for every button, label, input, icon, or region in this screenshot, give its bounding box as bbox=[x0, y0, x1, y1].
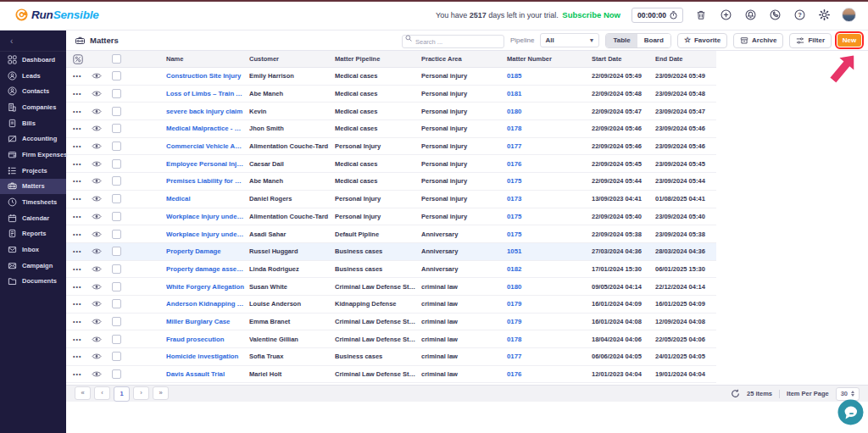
column-header-name[interactable]: Name bbox=[166, 55, 249, 63]
sidebar-item-dashboard[interactable]: Dashboard bbox=[0, 52, 66, 68]
matter-name-link[interactable]: severe back injury claim bbox=[166, 108, 249, 115]
sidebar-collapse-chevron[interactable]: ‹ bbox=[0, 31, 66, 52]
matter-name-link[interactable]: Anderson Kidnapping Defense bbox=[166, 300, 249, 308]
eye-icon[interactable] bbox=[92, 142, 112, 150]
matter-number-link[interactable]: 0180 bbox=[507, 108, 592, 115]
matter-name-link[interactable]: Medical Malpractice - Negligence Claim bbox=[166, 125, 249, 132]
row-checkbox[interactable] bbox=[112, 212, 121, 221]
archive-button[interactable]: Archive bbox=[733, 33, 783, 48]
current-page-button[interactable]: 1 bbox=[114, 386, 130, 402]
matter-number-link[interactable]: 0175 bbox=[507, 177, 592, 185]
row-menu-icon[interactable]: ••• bbox=[73, 336, 92, 342]
matter-name-link[interactable]: Miller Burglary Case bbox=[166, 318, 249, 325]
row-checkbox[interactable] bbox=[112, 176, 121, 186]
row-menu-icon[interactable]: ••• bbox=[73, 214, 92, 219]
sidebar-item-documents[interactable]: Documents bbox=[0, 274, 66, 290]
matter-number-link[interactable]: 0178 bbox=[507, 336, 592, 343]
first-page-button[interactable]: « bbox=[75, 386, 91, 400]
add-circle-icon[interactable] bbox=[719, 8, 732, 22]
sidebar-item-bills[interactable]: Bills bbox=[0, 115, 66, 131]
eye-icon[interactable] bbox=[92, 108, 112, 115]
row-checkbox[interactable] bbox=[112, 282, 121, 291]
new-matter-button[interactable]: New bbox=[837, 34, 861, 47]
last-page-button[interactable]: » bbox=[153, 386, 169, 400]
eye-icon[interactable] bbox=[92, 125, 112, 132]
sidebar-item-companies[interactable]: Companies bbox=[0, 99, 66, 115]
row-menu-icon[interactable]: ••• bbox=[73, 231, 92, 237]
row-menu-icon[interactable]: ••• bbox=[73, 108, 92, 114]
sidebar-item-campaign[interactable]: Campaign bbox=[0, 258, 66, 274]
eye-icon[interactable] bbox=[92, 213, 112, 220]
eye-icon[interactable] bbox=[92, 177, 112, 185]
runsensible-logo[interactable]: RunSensible bbox=[15, 8, 99, 21]
column-header-end-date[interactable]: End Date bbox=[655, 55, 716, 63]
eye-icon[interactable] bbox=[92, 300, 112, 308]
eye-icon[interactable] bbox=[92, 336, 112, 343]
matter-number-link[interactable]: 0179 bbox=[507, 318, 592, 325]
matter-number-link[interactable]: 0179 bbox=[507, 300, 592, 308]
row-menu-icon[interactable]: ••• bbox=[73, 319, 92, 325]
row-menu-icon[interactable]: ••• bbox=[73, 196, 92, 202]
matter-name-link[interactable]: Loss of Limbs – Train Accident bbox=[166, 90, 249, 97]
row-checkbox[interactable] bbox=[112, 247, 121, 256]
matter-number-link[interactable]: 0177 bbox=[507, 353, 592, 360]
row-checkbox[interactable] bbox=[112, 159, 121, 169]
matter-number-link[interactable]: 0185 bbox=[507, 72, 592, 80]
row-checkbox[interactable] bbox=[112, 264, 121, 274]
row-menu-icon[interactable]: ••• bbox=[73, 161, 92, 167]
matter-name-link[interactable]: Medical bbox=[166, 195, 249, 203]
matter-number-link[interactable]: 0173 bbox=[507, 195, 592, 203]
eye-icon[interactable] bbox=[92, 160, 112, 168]
eye-icon[interactable] bbox=[92, 283, 112, 291]
settings-gear-icon[interactable] bbox=[817, 8, 831, 22]
refresh-icon[interactable] bbox=[731, 389, 740, 398]
matter-name-link[interactable]: Workplace Injury under OSHA Violations bbox=[166, 230, 249, 238]
notifications-icon[interactable] bbox=[743, 8, 757, 22]
matter-name-link[interactable]: White Forgery Allegation bbox=[166, 283, 249, 291]
matter-number-link[interactable]: 0175 bbox=[507, 230, 592, 238]
matter-name-link[interactable]: Commercial Vehicle Accident bbox=[166, 142, 249, 150]
matter-number-link[interactable]: 0177 bbox=[507, 142, 592, 150]
eye-icon[interactable] bbox=[92, 72, 112, 80]
matter-number-link[interactable]: 0176 bbox=[507, 160, 592, 168]
matter-number-link[interactable]: 1051 bbox=[507, 247, 592, 255]
row-menu-icon[interactable]: ••• bbox=[73, 371, 92, 377]
column-header-customer[interactable]: Customer bbox=[249, 55, 335, 63]
column-header-matter-pipeline[interactable]: Matter Pipeline bbox=[335, 55, 421, 63]
sidebar-item-inbox[interactable]: Inbox bbox=[0, 241, 66, 258]
phone-icon[interactable] bbox=[768, 8, 782, 22]
user-avatar[interactable] bbox=[842, 8, 856, 22]
sidebar-item-leads[interactable]: Leads bbox=[0, 68, 66, 84]
column-header-start-date[interactable]: Start Date bbox=[592, 55, 655, 63]
eye-icon[interactable] bbox=[92, 318, 112, 325]
chat-widget-button[interactable] bbox=[837, 399, 864, 425]
row-menu-icon[interactable]: ••• bbox=[73, 125, 92, 131]
trash-icon[interactable] bbox=[694, 8, 708, 22]
tab-board-view[interactable]: Board bbox=[637, 34, 670, 47]
eye-icon[interactable] bbox=[92, 370, 112, 378]
matter-number-link[interactable]: 0176 bbox=[507, 370, 592, 378]
column-header-matter-number[interactable]: Matter Number bbox=[507, 55, 592, 63]
matter-number-link[interactable]: 0181 bbox=[507, 90, 592, 97]
next-page-button[interactable]: › bbox=[133, 386, 149, 400]
row-menu-icon[interactable]: ••• bbox=[73, 353, 92, 359]
eye-icon[interactable] bbox=[92, 247, 112, 255]
batch-actions-icon[interactable] bbox=[73, 54, 92, 64]
sidebar-item-matters[interactable]: Matters bbox=[0, 179, 66, 195]
row-menu-icon[interactable]: ••• bbox=[73, 266, 92, 272]
row-checkbox[interactable] bbox=[112, 107, 121, 116]
sidebar-item-contacts[interactable]: Contacts bbox=[0, 83, 66, 99]
sidebar-item-reports[interactable]: Reports bbox=[0, 226, 66, 242]
row-menu-icon[interactable]: ••• bbox=[73, 178, 92, 184]
eye-icon[interactable] bbox=[92, 90, 112, 97]
eye-icon[interactable] bbox=[92, 230, 112, 238]
matter-name-link[interactable]: Employee Personal Injury – Delivery Acci… bbox=[166, 160, 249, 168]
row-menu-icon[interactable]: ••• bbox=[73, 284, 92, 290]
row-checkbox[interactable] bbox=[112, 89, 121, 98]
row-checkbox[interactable] bbox=[112, 124, 121, 133]
column-header-practice-area[interactable]: Practice Area bbox=[421, 55, 507, 63]
row-menu-icon[interactable]: ••• bbox=[73, 301, 92, 307]
sidebar-item-accounting[interactable]: Accounting bbox=[0, 130, 66, 147]
row-checkbox[interactable] bbox=[112, 142, 121, 151]
row-menu-icon[interactable]: ••• bbox=[73, 248, 92, 254]
